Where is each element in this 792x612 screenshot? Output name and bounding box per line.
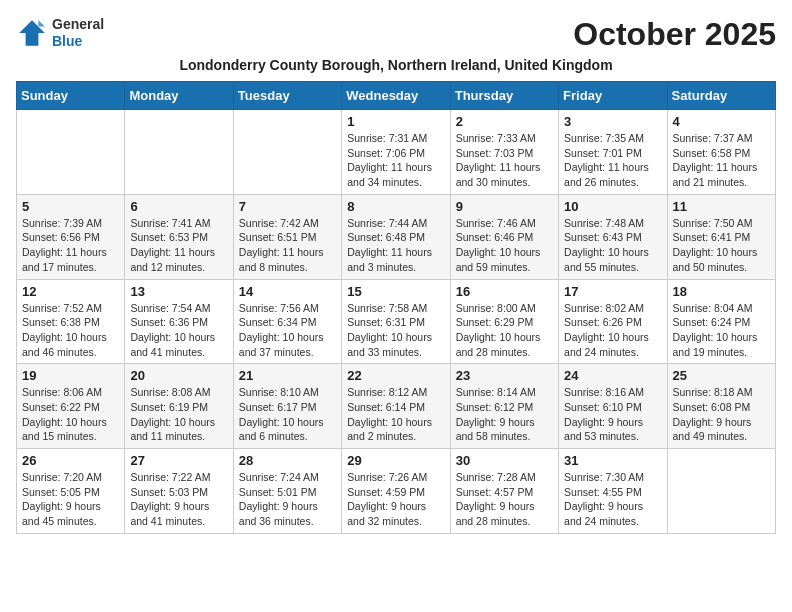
calendar-cell xyxy=(667,449,775,534)
calendar-cell xyxy=(233,110,341,195)
calendar-cell: 4Sunrise: 7:37 AMSunset: 6:58 PMDaylight… xyxy=(667,110,775,195)
day-info: Sunrise: 8:08 AMSunset: 6:19 PMDaylight:… xyxy=(130,385,227,444)
day-info: Sunrise: 7:42 AMSunset: 6:51 PMDaylight:… xyxy=(239,216,336,275)
logo: General Blue xyxy=(16,16,104,50)
calendar-cell: 17Sunrise: 8:02 AMSunset: 6:26 PMDayligh… xyxy=(559,279,667,364)
weekday-header: Friday xyxy=(559,82,667,110)
calendar-cell: 29Sunrise: 7:26 AMSunset: 4:59 PMDayligh… xyxy=(342,449,450,534)
day-number: 4 xyxy=(673,114,770,129)
calendar-cell: 8Sunrise: 7:44 AMSunset: 6:48 PMDaylight… xyxy=(342,194,450,279)
calendar-cell: 6Sunrise: 7:41 AMSunset: 6:53 PMDaylight… xyxy=(125,194,233,279)
day-info: Sunrise: 7:54 AMSunset: 6:36 PMDaylight:… xyxy=(130,301,227,360)
calendar-cell: 22Sunrise: 8:12 AMSunset: 6:14 PMDayligh… xyxy=(342,364,450,449)
day-number: 11 xyxy=(673,199,770,214)
logo-text: General Blue xyxy=(52,16,104,50)
day-info: Sunrise: 7:26 AMSunset: 4:59 PMDaylight:… xyxy=(347,470,444,529)
calendar-week-row: 1Sunrise: 7:31 AMSunset: 7:06 PMDaylight… xyxy=(17,110,776,195)
calendar-cell: 20Sunrise: 8:08 AMSunset: 6:19 PMDayligh… xyxy=(125,364,233,449)
calendar-cell: 9Sunrise: 7:46 AMSunset: 6:46 PMDaylight… xyxy=(450,194,558,279)
calendar-cell xyxy=(125,110,233,195)
day-info: Sunrise: 8:16 AMSunset: 6:10 PMDaylight:… xyxy=(564,385,661,444)
day-number: 25 xyxy=(673,368,770,383)
calendar-cell: 14Sunrise: 7:56 AMSunset: 6:34 PMDayligh… xyxy=(233,279,341,364)
weekday-header: Tuesday xyxy=(233,82,341,110)
day-info: Sunrise: 8:12 AMSunset: 6:14 PMDaylight:… xyxy=(347,385,444,444)
calendar-cell: 1Sunrise: 7:31 AMSunset: 7:06 PMDaylight… xyxy=(342,110,450,195)
weekday-header: Thursday xyxy=(450,82,558,110)
day-info: Sunrise: 7:44 AMSunset: 6:48 PMDaylight:… xyxy=(347,216,444,275)
day-number: 3 xyxy=(564,114,661,129)
calendar-week-row: 26Sunrise: 7:20 AMSunset: 5:05 PMDayligh… xyxy=(17,449,776,534)
day-number: 24 xyxy=(564,368,661,383)
calendar-table: SundayMondayTuesdayWednesdayThursdayFrid… xyxy=(16,81,776,534)
day-info: Sunrise: 7:33 AMSunset: 7:03 PMDaylight:… xyxy=(456,131,553,190)
day-number: 23 xyxy=(456,368,553,383)
day-number: 13 xyxy=(130,284,227,299)
calendar-cell: 25Sunrise: 8:18 AMSunset: 6:08 PMDayligh… xyxy=(667,364,775,449)
day-number: 9 xyxy=(456,199,553,214)
day-number: 20 xyxy=(130,368,227,383)
day-number: 19 xyxy=(22,368,119,383)
day-number: 7 xyxy=(239,199,336,214)
day-info: Sunrise: 7:31 AMSunset: 7:06 PMDaylight:… xyxy=(347,131,444,190)
day-info: Sunrise: 7:39 AMSunset: 6:56 PMDaylight:… xyxy=(22,216,119,275)
page-header: General Blue October 2025 xyxy=(16,16,776,53)
day-info: Sunrise: 7:35 AMSunset: 7:01 PMDaylight:… xyxy=(564,131,661,190)
day-info: Sunrise: 8:04 AMSunset: 6:24 PMDaylight:… xyxy=(673,301,770,360)
calendar-cell: 23Sunrise: 8:14 AMSunset: 6:12 PMDayligh… xyxy=(450,364,558,449)
day-info: Sunrise: 8:14 AMSunset: 6:12 PMDaylight:… xyxy=(456,385,553,444)
calendar-cell: 11Sunrise: 7:50 AMSunset: 6:41 PMDayligh… xyxy=(667,194,775,279)
calendar-week-row: 5Sunrise: 7:39 AMSunset: 6:56 PMDaylight… xyxy=(17,194,776,279)
day-info: Sunrise: 8:00 AMSunset: 6:29 PMDaylight:… xyxy=(456,301,553,360)
page-subtitle: Londonderry County Borough, Northern Ire… xyxy=(16,57,776,73)
calendar-cell: 30Sunrise: 7:28 AMSunset: 4:57 PMDayligh… xyxy=(450,449,558,534)
calendar-cell: 10Sunrise: 7:48 AMSunset: 6:43 PMDayligh… xyxy=(559,194,667,279)
weekday-header: Monday xyxy=(125,82,233,110)
day-info: Sunrise: 7:58 AMSunset: 6:31 PMDaylight:… xyxy=(347,301,444,360)
calendar-cell: 28Sunrise: 7:24 AMSunset: 5:01 PMDayligh… xyxy=(233,449,341,534)
day-number: 21 xyxy=(239,368,336,383)
day-number: 8 xyxy=(347,199,444,214)
day-number: 28 xyxy=(239,453,336,468)
day-number: 6 xyxy=(130,199,227,214)
calendar-cell: 18Sunrise: 8:04 AMSunset: 6:24 PMDayligh… xyxy=(667,279,775,364)
day-number: 31 xyxy=(564,453,661,468)
day-number: 2 xyxy=(456,114,553,129)
day-info: Sunrise: 7:37 AMSunset: 6:58 PMDaylight:… xyxy=(673,131,770,190)
weekday-header: Sunday xyxy=(17,82,125,110)
calendar-cell: 5Sunrise: 7:39 AMSunset: 6:56 PMDaylight… xyxy=(17,194,125,279)
calendar-cell: 27Sunrise: 7:22 AMSunset: 5:03 PMDayligh… xyxy=(125,449,233,534)
day-info: Sunrise: 7:28 AMSunset: 4:57 PMDaylight:… xyxy=(456,470,553,529)
calendar-cell: 26Sunrise: 7:20 AMSunset: 5:05 PMDayligh… xyxy=(17,449,125,534)
day-number: 5 xyxy=(22,199,119,214)
day-info: Sunrise: 7:46 AMSunset: 6:46 PMDaylight:… xyxy=(456,216,553,275)
calendar-header-row: SundayMondayTuesdayWednesdayThursdayFrid… xyxy=(17,82,776,110)
day-info: Sunrise: 8:10 AMSunset: 6:17 PMDaylight:… xyxy=(239,385,336,444)
calendar-cell: 24Sunrise: 8:16 AMSunset: 6:10 PMDayligh… xyxy=(559,364,667,449)
day-info: Sunrise: 7:20 AMSunset: 5:05 PMDaylight:… xyxy=(22,470,119,529)
day-number: 16 xyxy=(456,284,553,299)
page-title: October 2025 xyxy=(573,16,776,53)
day-number: 1 xyxy=(347,114,444,129)
day-info: Sunrise: 8:18 AMSunset: 6:08 PMDaylight:… xyxy=(673,385,770,444)
day-info: Sunrise: 7:41 AMSunset: 6:53 PMDaylight:… xyxy=(130,216,227,275)
calendar-cell: 3Sunrise: 7:35 AMSunset: 7:01 PMDaylight… xyxy=(559,110,667,195)
day-info: Sunrise: 7:50 AMSunset: 6:41 PMDaylight:… xyxy=(673,216,770,275)
day-info: Sunrise: 7:48 AMSunset: 6:43 PMDaylight:… xyxy=(564,216,661,275)
day-number: 12 xyxy=(22,284,119,299)
calendar-cell: 19Sunrise: 8:06 AMSunset: 6:22 PMDayligh… xyxy=(17,364,125,449)
day-number: 17 xyxy=(564,284,661,299)
day-number: 26 xyxy=(22,453,119,468)
day-number: 22 xyxy=(347,368,444,383)
calendar-week-row: 19Sunrise: 8:06 AMSunset: 6:22 PMDayligh… xyxy=(17,364,776,449)
svg-marker-1 xyxy=(38,20,44,26)
weekday-header: Saturday xyxy=(667,82,775,110)
weekday-header: Wednesday xyxy=(342,82,450,110)
day-number: 14 xyxy=(239,284,336,299)
calendar-cell: 31Sunrise: 7:30 AMSunset: 4:55 PMDayligh… xyxy=(559,449,667,534)
day-number: 10 xyxy=(564,199,661,214)
day-info: Sunrise: 7:24 AMSunset: 5:01 PMDaylight:… xyxy=(239,470,336,529)
day-info: Sunrise: 7:56 AMSunset: 6:34 PMDaylight:… xyxy=(239,301,336,360)
day-info: Sunrise: 7:30 AMSunset: 4:55 PMDaylight:… xyxy=(564,470,661,529)
day-number: 15 xyxy=(347,284,444,299)
